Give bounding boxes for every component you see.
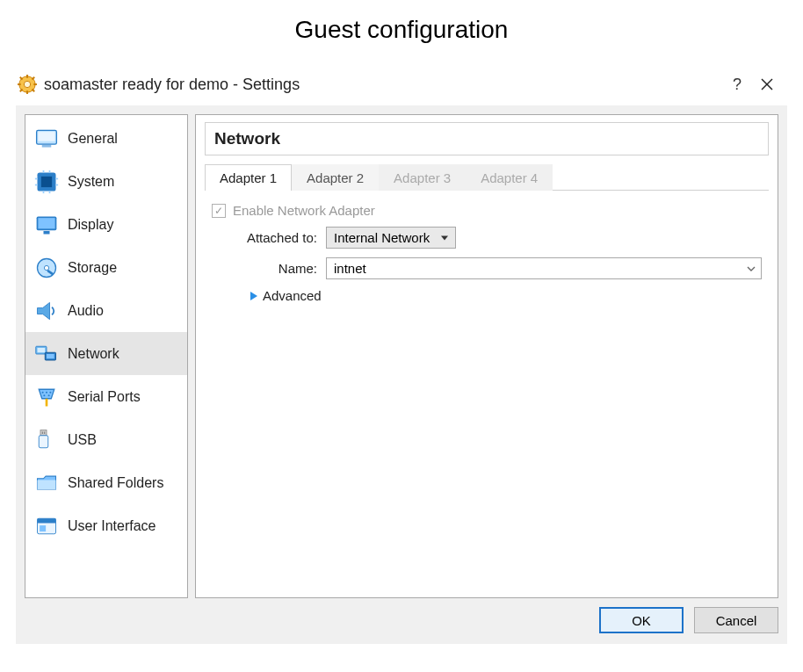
attached-to-row: Attached to: Internal Network xyxy=(212,227,762,249)
checkbox-label: Enable Network Adapter xyxy=(233,203,375,218)
cancel-button[interactable]: Cancel xyxy=(694,607,778,633)
sidebar-item-user-interface[interactable]: User Interface xyxy=(25,504,187,547)
tab-adapter-2[interactable]: Adapter 2 xyxy=(292,164,379,191)
sidebar-item-label: USB xyxy=(68,432,97,448)
svg-rect-34 xyxy=(38,348,46,352)
chevron-down-icon[interactable] xyxy=(742,258,761,278)
attached-to-select[interactable]: Internal Network xyxy=(326,227,456,249)
svg-point-1 xyxy=(24,81,30,87)
panel-heading: Network xyxy=(205,122,769,155)
shared-folders-icon xyxy=(34,471,59,495)
sidebar-item-storage[interactable]: Storage xyxy=(25,246,187,289)
general-icon xyxy=(34,126,59,151)
name-input[interactable] xyxy=(327,258,742,278)
app-gear-icon xyxy=(18,75,37,94)
sidebar-item-general[interactable]: General xyxy=(25,117,187,160)
serial-ports-icon xyxy=(34,385,59,409)
name-combobox[interactable] xyxy=(326,257,762,279)
sidebar-item-label: Network xyxy=(68,346,119,362)
sidebar-item-label: Storage xyxy=(68,260,117,276)
svg-rect-44 xyxy=(39,435,48,447)
dialog-button-row: OK Cancel xyxy=(25,607,778,633)
svg-rect-26 xyxy=(38,218,54,228)
attached-to-label: Attached to: xyxy=(212,230,326,245)
sidebar-item-label: Shared Folders xyxy=(68,475,163,491)
advanced-label: Advanced xyxy=(263,288,322,303)
svg-marker-36 xyxy=(39,389,54,399)
sidebar-item-display[interactable]: Display xyxy=(25,203,187,246)
svg-rect-27 xyxy=(44,231,50,235)
triangle-right-icon xyxy=(250,292,257,300)
name-row: Name: xyxy=(212,257,762,279)
help-icon[interactable]: ? xyxy=(722,72,752,97)
svg-line-7 xyxy=(33,90,35,92)
svg-rect-16 xyxy=(41,176,52,186)
system-icon xyxy=(34,170,59,194)
svg-line-6 xyxy=(20,77,23,80)
sidebar-item-shared-folders[interactable]: Shared Folders xyxy=(25,461,187,504)
titlebar: soamaster ready for demo - Settings ? xyxy=(16,69,787,105)
svg-rect-45 xyxy=(42,431,43,434)
sidebar-item-label: Serial Ports xyxy=(68,389,141,405)
svg-point-29 xyxy=(44,265,48,270)
sidebar-item-label: Audio xyxy=(68,303,104,319)
svg-rect-49 xyxy=(38,518,56,523)
svg-point-39 xyxy=(46,391,47,393)
tab-adapter-4: Adapter 4 xyxy=(466,164,553,191)
dialog-body: General System Display xyxy=(16,105,787,644)
sidebar-item-label: Display xyxy=(68,217,113,233)
svg-point-42 xyxy=(48,394,50,396)
close-icon[interactable] xyxy=(752,72,782,97)
svg-marker-31 xyxy=(38,302,50,319)
svg-rect-46 xyxy=(44,431,45,434)
attached-to-value: Internal Network xyxy=(334,230,430,245)
svg-point-38 xyxy=(42,391,44,393)
svg-rect-47 xyxy=(38,480,56,489)
user-interface-icon xyxy=(34,514,59,538)
tab-adapter-1[interactable]: Adapter 1 xyxy=(205,164,292,191)
display-icon xyxy=(34,213,59,237)
sidebar-item-label: System xyxy=(68,174,114,190)
enable-network-adapter-checkbox: ✓ Enable Network Adapter xyxy=(212,203,762,218)
tab-adapter-3: Adapter 3 xyxy=(379,164,466,191)
svg-rect-14 xyxy=(42,145,52,148)
svg-line-9 xyxy=(33,77,35,80)
network-icon xyxy=(34,342,59,366)
sidebar-item-system[interactable]: System xyxy=(25,160,187,203)
storage-icon xyxy=(34,256,59,280)
page-title: Guest configuration xyxy=(0,16,803,44)
advanced-disclosure[interactable]: Advanced xyxy=(212,288,762,303)
svg-line-8 xyxy=(20,90,23,92)
sidebar-item-label: General xyxy=(68,131,118,147)
window-title: soamaster ready for demo - Settings xyxy=(44,76,722,94)
audio-icon xyxy=(34,299,59,323)
svg-rect-35 xyxy=(47,354,54,358)
name-label: Name: xyxy=(212,261,326,276)
sidebar-item-network[interactable]: Network xyxy=(25,332,187,375)
svg-rect-13 xyxy=(38,132,54,141)
adapter-1-panel: ✓ Enable Network Adapter Attached to: In… xyxy=(205,191,769,310)
svg-rect-43 xyxy=(40,430,47,435)
settings-sidebar: General System Display xyxy=(25,114,188,598)
usb-icon xyxy=(34,428,59,452)
ok-button[interactable]: OK xyxy=(599,607,684,633)
check-icon: ✓ xyxy=(212,204,226,218)
svg-point-40 xyxy=(49,391,51,393)
settings-main-panel: Network Adapter 1 Adapter 2 Adapter 3 Ad… xyxy=(195,114,778,598)
svg-rect-50 xyxy=(40,525,46,531)
sidebar-item-audio[interactable]: Audio xyxy=(25,289,187,332)
sidebar-item-serial-ports[interactable]: Serial Ports xyxy=(25,375,187,418)
settings-dialog: soamaster ready for demo - Settings ? Ge… xyxy=(16,69,787,644)
sidebar-item-usb[interactable]: USB xyxy=(25,418,187,461)
svg-point-41 xyxy=(43,394,45,396)
adapter-tabs: Adapter 1 Adapter 2 Adapter 3 Adapter 4 xyxy=(205,164,769,191)
sidebar-item-label: User Interface xyxy=(68,518,156,534)
